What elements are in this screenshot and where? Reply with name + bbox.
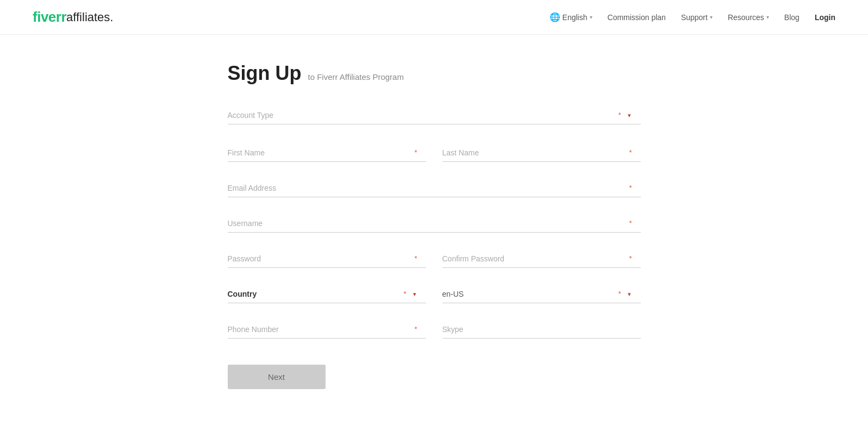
last-name-input[interactable]: [442, 144, 641, 162]
country-required-star: *: [403, 290, 406, 298]
chevron-down-icon: ▾: [590, 14, 592, 20]
username-row: *: [228, 215, 641, 233]
account-type-select[interactable]: Individual Company: [228, 107, 641, 124]
last-name-required-star: *: [629, 148, 632, 157]
header-nav: 🌐 English ▾ Commission plan Support ▾ Re…: [549, 12, 835, 22]
signup-form: Individual Company * ▾ Account Type * *: [228, 107, 641, 389]
password-field: *: [228, 250, 426, 268]
language-field: en-GB en-US * ▾: [442, 285, 641, 303]
first-name-required-star: *: [414, 148, 417, 157]
form-actions: Next: [228, 356, 641, 389]
skype-input[interactable]: [442, 321, 641, 339]
country-language-row: United States United Kingdom Country * ▾…: [228, 285, 641, 303]
language-select[interactable]: en-GB: [442, 285, 641, 303]
resources-chevron-icon: ▾: [766, 14, 769, 20]
account-type-row: Individual Company * ▾ Account Type: [228, 107, 641, 124]
globe-icon: 🌐: [549, 12, 560, 22]
country-field: United States United Kingdom Country * ▾: [228, 285, 426, 303]
account-type-field: Individual Company * ▾ Account Type: [228, 107, 641, 124]
next-button[interactable]: Next: [228, 365, 326, 389]
logo-affiliates-text: affiliates.: [66, 10, 113, 24]
last-name-field: *: [442, 144, 641, 162]
confirm-password-field: *: [442, 250, 641, 268]
username-input[interactable]: [228, 215, 641, 233]
language-label: English: [563, 13, 588, 22]
header: fiverr affiliates. 🌐 English ▾ Commissio…: [0, 0, 868, 35]
first-name-field: *: [228, 144, 426, 162]
title-signup: Sign Up: [228, 62, 302, 85]
email-input[interactable]: [228, 179, 641, 197]
logo[interactable]: fiverr affiliates.: [33, 9, 113, 26]
country-select-wrapper: United States United Kingdom Country * ▾: [228, 285, 426, 303]
confirm-password-input[interactable]: [442, 250, 641, 268]
language-select-wrapper: en-GB en-US * ▾: [442, 285, 641, 303]
password-input[interactable]: [228, 250, 426, 268]
confirm-password-required-star: *: [629, 254, 632, 262]
account-type-select-wrapper: Individual Company * ▾ Account Type: [228, 107, 641, 124]
account-type-required-star: *: [618, 111, 621, 119]
resources-menu[interactable]: Resources ▾: [728, 13, 769, 22]
language-selector[interactable]: 🌐 English ▾: [549, 12, 592, 22]
phone-skype-row: *: [228, 321, 641, 339]
phone-field: *: [228, 321, 426, 339]
skype-field: [442, 321, 641, 339]
password-row: * *: [228, 250, 641, 268]
username-field-wrapper: *: [228, 215, 641, 233]
support-menu[interactable]: Support ▾: [681, 13, 713, 22]
email-row: *: [228, 179, 641, 197]
email-required-star: *: [629, 184, 632, 192]
blog-link[interactable]: Blog: [784, 13, 800, 22]
commission-plan-link[interactable]: Commission plan: [608, 13, 666, 22]
support-chevron-icon: ▾: [710, 14, 713, 20]
page-title: Sign Up to Fiverr Affiliates Program: [228, 62, 641, 85]
password-required-star: *: [414, 254, 417, 262]
email-field-wrapper: *: [228, 179, 641, 197]
title-sub: to Fiverr Affiliates Program: [308, 72, 403, 82]
main-content: Sign Up to Fiverr Affiliates Program Ind…: [217, 35, 652, 422]
name-row: * *: [228, 144, 641, 162]
login-link[interactable]: Login: [815, 13, 835, 22]
country-select[interactable]: United States United Kingdom: [228, 285, 426, 303]
language-required-star: *: [618, 290, 621, 298]
phone-input[interactable]: [228, 321, 426, 339]
phone-required-star: *: [414, 325, 417, 333]
logo-fiverr-text: fiverr: [33, 9, 66, 26]
first-name-input[interactable]: [228, 144, 426, 162]
username-required-star: *: [629, 219, 632, 227]
